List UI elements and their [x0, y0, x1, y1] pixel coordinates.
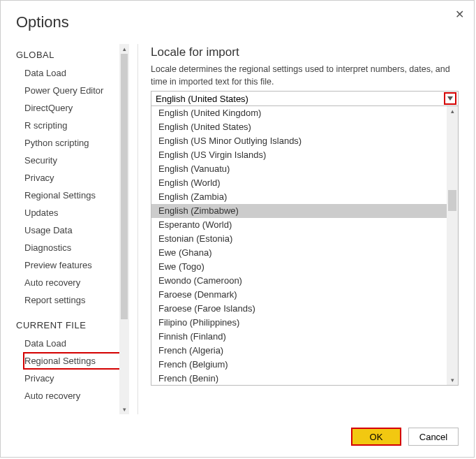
locale-option[interactable]: Ewe (Ghana): [151, 246, 447, 260]
sidebar-item-power-query-editor[interactable]: Power Query Editor: [23, 82, 121, 99]
sidebar-item-r-scripting[interactable]: R scripting: [23, 117, 121, 134]
content-panel: Locale for import Locale determines the …: [151, 44, 459, 414]
locale-option[interactable]: Filipino (Philippines): [151, 316, 447, 330]
locale-select[interactable]: English (United States): [151, 91, 459, 106]
sidebar-item-data-load[interactable]: Data Load: [23, 64, 121, 82]
sidebar-item-cf-privacy[interactable]: Privacy: [23, 370, 121, 387]
locale-option[interactable]: English (Zimbabwe): [151, 204, 447, 218]
content-heading: Locale for import: [151, 45, 459, 59]
locale-option[interactable]: Estonian (Estonia): [151, 232, 447, 246]
sidebar-scroll-thumb[interactable]: [121, 54, 128, 319]
scroll-up-icon[interactable]: ▴: [119, 44, 129, 54]
dropdown-arrow-icon[interactable]: [444, 92, 456, 105]
locale-option[interactable]: English (World): [151, 176, 447, 190]
locale-option[interactable]: French (Belgium): [151, 358, 447, 372]
sidebar-section-current-file: CURRENT FILE: [16, 320, 121, 330]
locale-option[interactable]: English (Zambia): [151, 190, 447, 204]
locale-option[interactable]: Finnish (Finland): [151, 330, 447, 344]
locale-dropdown: English (United Kingdom)English (United …: [151, 106, 459, 386]
locale-option[interactable]: Ewe (Togo): [151, 260, 447, 274]
locale-option[interactable]: English (United States): [151, 120, 447, 134]
locale-option[interactable]: Ewondo (Cameroon): [151, 274, 447, 288]
close-icon[interactable]: ✕: [455, 8, 464, 21]
scroll-down-icon[interactable]: ▾: [447, 375, 458, 385]
ok-button[interactable]: OK: [351, 428, 401, 446]
scroll-up-icon[interactable]: ▴: [447, 106, 458, 116]
locale-option[interactable]: French (Algeria): [151, 344, 447, 358]
locale-option[interactable]: Esperanto (World): [151, 218, 447, 232]
sidebar-item-cf-auto-recovery[interactable]: Auto recovery: [23, 387, 121, 405]
sidebar-item-regional-settings[interactable]: Regional Settings: [23, 187, 121, 204]
sidebar-item-python-scripting[interactable]: Python scripting: [23, 134, 121, 152]
sidebar-item-privacy[interactable]: Privacy: [23, 169, 121, 187]
sidebar-item-security[interactable]: Security: [23, 152, 121, 169]
sidebar-scrollbar[interactable]: ▴ ▾: [119, 44, 129, 414]
sidebar-item-usage-data[interactable]: Usage Data: [23, 221, 121, 239]
locale-selected-value: English (United States): [156, 94, 248, 104]
sidebar-item-diagnostics[interactable]: Diagnostics: [23, 239, 121, 256]
locale-option[interactable]: English (US Minor Outlying Islands): [151, 134, 447, 148]
sidebar-item-updates[interactable]: Updates: [23, 204, 121, 221]
divider: [137, 44, 138, 414]
locale-option[interactable]: English (Vanuatu): [151, 162, 447, 176]
content-description: Locale determines the regional settings …: [151, 64, 459, 88]
sidebar-item-directquery[interactable]: DirectQuery: [23, 99, 121, 117]
dialog-footer: OK Cancel: [351, 428, 459, 446]
locale-option[interactable]: English (United Kingdom): [151, 106, 447, 120]
dialog-title: Options: [16, 13, 459, 31]
locale-option[interactable]: French (Benin): [151, 372, 447, 385]
sidebar-item-auto-recovery[interactable]: Auto recovery: [23, 274, 121, 291]
sidebar-item-cf-regional-settings[interactable]: Regional Settings: [23, 352, 121, 370]
dropdown-scroll-thumb[interactable]: [448, 190, 456, 211]
sidebar-item-cf-data-load[interactable]: Data Load: [23, 335, 121, 352]
cancel-button[interactable]: Cancel: [408, 428, 459, 446]
locale-option[interactable]: Faroese (Denmark): [151, 288, 447, 302]
sidebar-item-report-settings[interactable]: Report settings: [23, 291, 121, 309]
locale-option[interactable]: Faroese (Faroe Islands): [151, 302, 447, 316]
locale-option[interactable]: English (US Virgin Islands): [151, 148, 447, 162]
sidebar-section-global: GLOBAL: [16, 50, 121, 60]
sidebar-item-preview-features[interactable]: Preview features: [23, 256, 121, 274]
dropdown-scrollbar[interactable]: ▴ ▾: [447, 106, 458, 385]
scroll-down-icon[interactable]: ▾: [119, 405, 129, 414]
options-dialog: ✕ Options GLOBAL Data LoadPower Query Ed…: [0, 0, 475, 458]
sidebar: GLOBAL Data LoadPower Query EditorDirect…: [16, 44, 128, 414]
